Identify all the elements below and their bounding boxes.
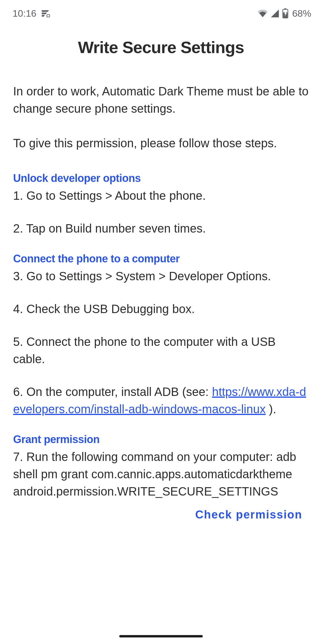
section-heading-connect: Connect the phone to a computer <box>13 253 309 265</box>
step-7: 7. Run the following command on your com… <box>13 448 309 500</box>
status-time: 10:16 <box>13 8 36 19</box>
page-title: Write Secure Settings <box>13 38 309 57</box>
step-6-prefix: 6. On the computer, install ADB (see: <box>13 385 212 398</box>
check-permission-button[interactable]: Check permission <box>195 508 302 521</box>
intro-text-2: To give this permission, please follow t… <box>13 134 309 152</box>
signal-icon <box>270 9 280 18</box>
svg-rect-2 <box>284 8 287 10</box>
step-1: 1. Go to Settings > About the phone. <box>13 187 309 204</box>
step-6-suffix: ). <box>266 402 276 416</box>
nav-handle[interactable] <box>119 635 203 637</box>
todoist-icon <box>41 9 50 18</box>
step-6: 6. On the computer, install ADB (see: ht… <box>13 383 309 418</box>
section-heading-grant: Grant permission <box>13 433 309 446</box>
status-bar: 10:16 68% <box>0 0 322 21</box>
battery-charging-icon <box>282 8 289 18</box>
svg-rect-0 <box>47 15 49 17</box>
step-2: 2. Tap on Build number seven times. <box>13 220 309 237</box>
status-battery-percent: 68% <box>292 8 311 19</box>
step-5: 5. Connect the phone to the computer wit… <box>13 333 309 368</box>
step-3: 3. Go to Settings > System > Developer O… <box>13 267 309 285</box>
intro-text-1: In order to work, Automatic Dark Theme m… <box>13 83 309 117</box>
wifi-icon <box>258 8 268 18</box>
step-4: 4. Check the USB Debugging box. <box>13 300 309 318</box>
section-heading-unlock-dev: Unlock developer options <box>13 172 309 185</box>
